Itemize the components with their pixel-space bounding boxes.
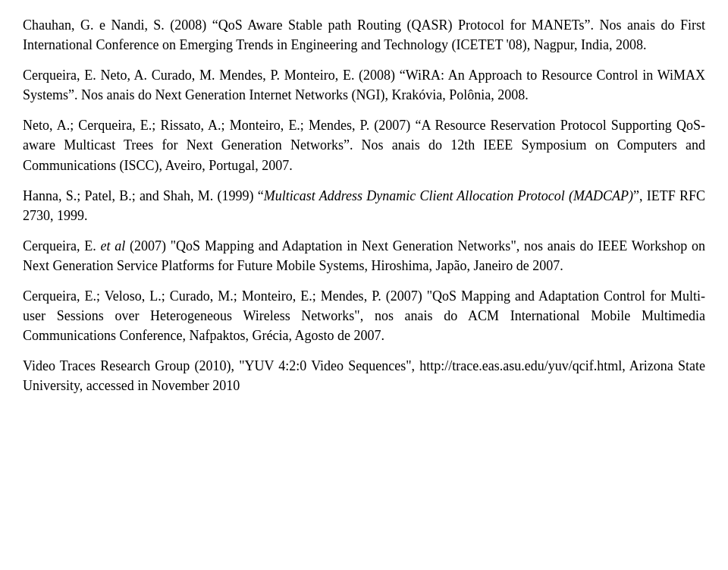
reference-2: Cerqueira, E. Neto, A. Curado, M. Mendes… (23, 65, 705, 105)
reference-6-text: Cerqueira, E.; Veloso, L.; Curado, M.; M… (23, 286, 705, 345)
document-content: Chauhan, G. e Nandi, S. (2008) “QoS Awar… (23, 15, 705, 396)
reference-4: Hanna, S.; Patel, B.; and Shah, M. (1999… (23, 186, 705, 225)
reference-7: Video Traces Research Group (2010), "YUV… (23, 356, 705, 395)
reference-5-text: Cerqueira, E. et al (2007) "QoS Mapping … (23, 236, 705, 276)
reference-4-text: Hanna, S.; Patel, B.; and Shah, M. (1999… (23, 186, 705, 225)
reference-1-text: Chauhan, G. e Nandi, S. (2008) “QoS Awar… (23, 15, 705, 55)
reference-3-text: Neto, A.; Cerqueira, E.; Rissato, A.; Mo… (23, 115, 705, 175)
reference-6: Cerqueira, E.; Veloso, L.; Curado, M.; M… (23, 286, 705, 345)
reference-3: Neto, A.; Cerqueira, E.; Rissato, A.; Mo… (23, 115, 705, 175)
reference-7-text: Video Traces Research Group (2010), "YUV… (23, 356, 705, 395)
reference-2-text: Cerqueira, E. Neto, A. Curado, M. Mendes… (23, 65, 705, 105)
reference-5: Cerqueira, E. et al (2007) "QoS Mapping … (23, 236, 705, 276)
reference-1: Chauhan, G. e Nandi, S. (2008) “QoS Awar… (23, 15, 705, 55)
